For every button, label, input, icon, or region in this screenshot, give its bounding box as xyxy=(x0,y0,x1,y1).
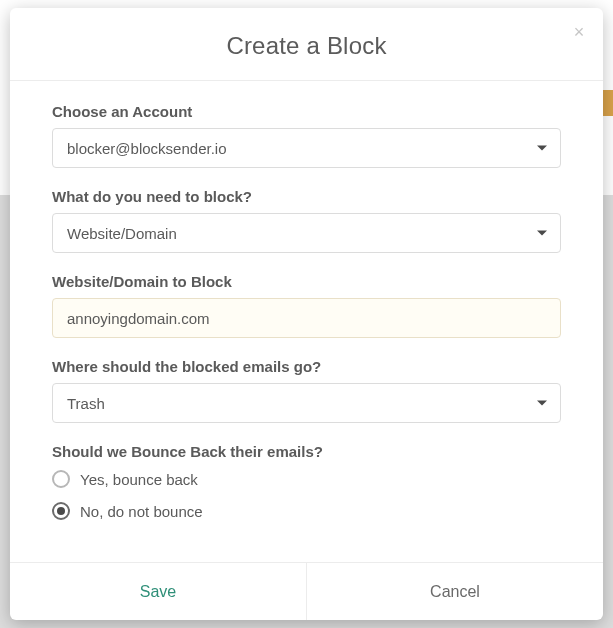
modal-footer: Save Cancel xyxy=(10,562,603,620)
radio-icon xyxy=(52,502,70,520)
save-button[interactable]: Save xyxy=(10,563,307,620)
radio-dot-icon xyxy=(57,507,65,515)
cancel-button[interactable]: Cancel xyxy=(307,563,603,620)
modal-header: Create a Block × xyxy=(10,8,603,81)
bounce-label: Should we Bounce Back their emails? xyxy=(52,443,561,460)
block-type-select[interactable]: Website/Domain xyxy=(52,213,561,253)
destination-select-wrap: Trash xyxy=(52,383,561,423)
radio-icon xyxy=(52,470,70,488)
account-select-value: blocker@blocksender.io xyxy=(67,140,226,157)
modal-title: Create a Block xyxy=(30,32,583,60)
close-icon[interactable]: × xyxy=(569,22,589,42)
destination-label: Where should the blocked emails go? xyxy=(52,358,561,375)
destination-select-value: Trash xyxy=(67,395,105,412)
bounce-yes-label: Yes, bounce back xyxy=(80,471,198,488)
modal-body: Choose an Account blocker@blocksender.io… xyxy=(10,81,603,562)
bounce-no-label: No, do not bounce xyxy=(80,503,203,520)
bounce-field: Should we Bounce Back their emails? Yes,… xyxy=(52,443,561,520)
target-label: Website/Domain to Block xyxy=(52,273,561,290)
account-label: Choose an Account xyxy=(52,103,561,120)
bounce-no-radio[interactable]: No, do not bounce xyxy=(52,502,561,520)
block-type-field: What do you need to block? Website/Domai… xyxy=(52,188,561,253)
block-type-label: What do you need to block? xyxy=(52,188,561,205)
bounce-yes-radio[interactable]: Yes, bounce back xyxy=(52,470,561,488)
account-field: Choose an Account blocker@blocksender.io xyxy=(52,103,561,168)
account-select-wrap: blocker@blocksender.io xyxy=(52,128,561,168)
target-input[interactable] xyxy=(52,298,561,338)
create-block-modal: Create a Block × Choose an Account block… xyxy=(10,8,603,620)
target-field: Website/Domain to Block xyxy=(52,273,561,338)
block-type-select-value: Website/Domain xyxy=(67,225,177,242)
bounce-radio-group: Yes, bounce back No, do not bounce xyxy=(52,470,561,520)
account-select[interactable]: blocker@blocksender.io xyxy=(52,128,561,168)
destination-field: Where should the blocked emails go? Tras… xyxy=(52,358,561,423)
background-badge xyxy=(603,90,613,116)
destination-select[interactable]: Trash xyxy=(52,383,561,423)
block-type-select-wrap: Website/Domain xyxy=(52,213,561,253)
